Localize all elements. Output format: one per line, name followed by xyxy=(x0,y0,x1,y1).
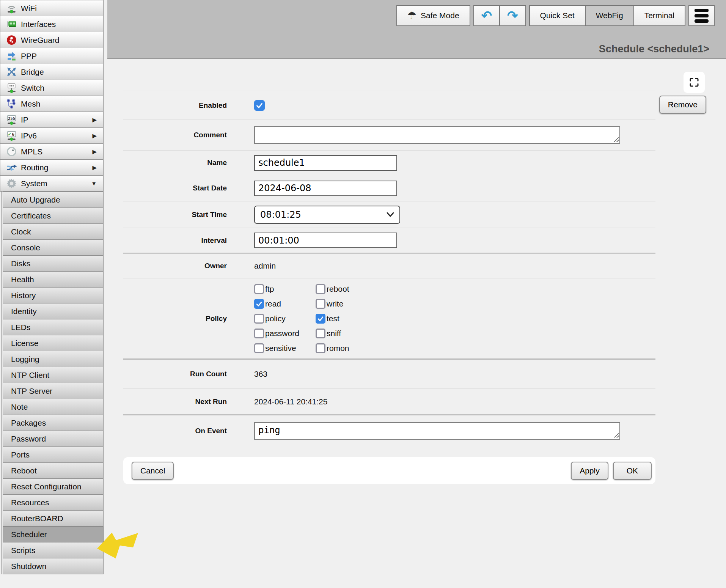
remove-button[interactable]: Remove xyxy=(659,96,706,114)
sidebar-item-ipv6[interactable]: ✓6IPv6▶ xyxy=(0,127,104,144)
sidebar-item-label: History xyxy=(11,291,36,300)
sidebar-item-disks[interactable]: Disks xyxy=(3,255,104,272)
start-time-label: Start Time xyxy=(123,211,227,219)
sidebar-item-identity[interactable]: Identity xyxy=(3,303,104,319)
policy-checkbox-sniff[interactable] xyxy=(316,329,325,338)
redo-button[interactable]: ↷ xyxy=(499,5,526,26)
sidebar-item-ntp-client[interactable]: NTP Client xyxy=(3,367,104,383)
routing-icon xyxy=(5,161,18,174)
fullscreen-button[interactable] xyxy=(684,72,705,93)
start-date-input[interactable] xyxy=(254,181,397,196)
undo-button[interactable]: ↶ xyxy=(473,5,500,26)
sidebar-item-label: Packages xyxy=(11,418,46,428)
name-label: Name xyxy=(123,159,227,167)
sidebar-item-label: LEDs xyxy=(11,323,30,332)
sidebar-item-label: Console xyxy=(11,243,40,252)
policy-checkbox-test[interactable] xyxy=(316,314,325,324)
tab-quick-set[interactable]: Quick Set xyxy=(529,5,586,26)
on-event-textarea[interactable]: ping xyxy=(254,422,620,440)
sidebar-item-health[interactable]: Health xyxy=(3,271,104,288)
sidebar-item-bridge[interactable]: Bridge xyxy=(0,64,104,80)
start-time-select[interactable]: 08:01:25 xyxy=(254,206,400,224)
policy-checkbox-password[interactable] xyxy=(254,329,264,338)
policy-option-policy: policy xyxy=(254,314,316,324)
sidebar-item-routerboard[interactable]: RouterBOARD xyxy=(3,510,104,527)
sidebar-item-label: NTP Client xyxy=(11,371,49,380)
submenu-arrow-icon: ▶ xyxy=(92,164,97,171)
content-area: Remove Enabled Comment N xyxy=(107,60,726,588)
sidebar-item-reset-configuration[interactable]: Reset Configuration xyxy=(3,478,104,495)
tab-webfig[interactable]: WebFig xyxy=(585,5,634,26)
sidebar-item-license[interactable]: License xyxy=(3,335,104,351)
sidebar-item-shutdown[interactable]: Shutdown xyxy=(3,558,104,574)
sidebar-item-system[interactable]: System▼ xyxy=(0,175,104,192)
sidebar-item-resources[interactable]: Resources xyxy=(3,494,104,511)
sidebar-item-ip[interactable]: 255IP▶ xyxy=(0,112,104,128)
cancel-button[interactable]: Cancel xyxy=(132,462,174,480)
sidebar-item-logging[interactable]: Logging xyxy=(3,351,104,367)
name-row: Name xyxy=(123,150,655,175)
policy-option-romon: romon xyxy=(316,343,349,353)
chevron-down-icon xyxy=(387,212,394,217)
enabled-checkbox[interactable] xyxy=(254,100,265,111)
undo-icon: ↶ xyxy=(481,8,492,23)
sidebar-item-label: Scheduler xyxy=(11,530,47,539)
policy-checkbox-sensitive[interactable] xyxy=(254,343,264,353)
sidebar-item-auto-upgrade[interactable]: Auto Upgrade xyxy=(3,192,104,208)
sidebar-item-label: Clock xyxy=(11,227,31,236)
sidebar-item-clock[interactable]: Clock xyxy=(3,223,104,240)
sidebar-item-label: System xyxy=(21,179,47,188)
sidebar-item-ports[interactable]: Ports xyxy=(3,447,104,463)
mpls-icon xyxy=(5,145,18,158)
policy-option-sensitive: sensitive xyxy=(254,343,316,353)
policy-checkbox-ftp[interactable] xyxy=(254,284,264,294)
sidebar-item-packages[interactable]: Packages xyxy=(3,415,104,431)
name-input[interactable] xyxy=(254,155,397,171)
sidebar-item-reboot[interactable]: Reboot xyxy=(3,462,104,479)
sidebar-item-ntp-server[interactable]: NTP Server xyxy=(3,383,104,399)
sidebar-item-ppp[interactable]: PPP xyxy=(0,48,104,64)
interval-input[interactable] xyxy=(254,233,397,248)
sidebar-item-console[interactable]: Console xyxy=(3,239,104,256)
sidebar-item-scripts[interactable]: Scripts xyxy=(3,542,104,558)
sidebar-item-scheduler[interactable]: Scheduler xyxy=(3,526,104,542)
policy-checkbox-policy[interactable] xyxy=(254,314,264,324)
on-event-row: On Event ping xyxy=(123,414,655,446)
policy-checkbox-write[interactable] xyxy=(316,299,325,309)
sidebar-item-wireguard[interactable]: WireGuard xyxy=(0,32,104,48)
sidebar-item-label: IPv6 xyxy=(21,131,37,140)
apply-button[interactable]: Apply xyxy=(571,462,608,480)
policy-option-label: policy xyxy=(265,314,286,323)
sidebar-item-label: Routing xyxy=(21,163,48,172)
sidebar-item-history[interactable]: History xyxy=(3,287,104,303)
next-run-value: 2024-06-11 20:41:25 xyxy=(254,397,327,406)
policy-label: Policy xyxy=(123,314,227,323)
sidebar-item-switch[interactable]: Switch xyxy=(0,80,104,96)
safe-mode-label: Safe Mode xyxy=(421,11,459,20)
policy-checkbox-reboot[interactable] xyxy=(316,284,325,294)
ok-button[interactable]: OK xyxy=(613,462,652,480)
submenu-expanded-icon: ▼ xyxy=(91,180,97,187)
checkmark-icon xyxy=(255,101,264,110)
hamburger-menu-button[interactable] xyxy=(688,5,715,26)
sidebar-item-password[interactable]: Password xyxy=(3,431,104,447)
sidebar-top-menu: WiFiInterfacesWireGuardPPPBridgeSwitchMe… xyxy=(0,0,107,192)
policy-checkbox-romon[interactable] xyxy=(316,343,325,353)
tab-terminal[interactable]: Terminal xyxy=(633,5,685,26)
toolbar: ☂ Safe Mode ↶ ↷ Quick Set WebFig Termina… xyxy=(396,5,715,26)
start-date-row: Start Date xyxy=(123,175,655,201)
sidebar-item-interfaces[interactable]: Interfaces xyxy=(0,16,104,32)
sidebar-item-wifi[interactable]: WiFi xyxy=(0,0,104,16)
policy-option-read: read xyxy=(254,299,316,309)
sidebar-item-note[interactable]: Note xyxy=(3,399,104,415)
next-run-label: Next Run xyxy=(123,398,227,406)
sidebar-item-leds[interactable]: LEDs xyxy=(3,319,104,335)
safe-mode-button[interactable]: ☂ Safe Mode xyxy=(396,5,470,26)
sidebar-item-routing[interactable]: Routing▶ xyxy=(0,159,104,176)
sidebar-item-mpls[interactable]: MPLS▶ xyxy=(0,143,104,160)
sidebar-item-mesh[interactable]: Mesh xyxy=(0,96,104,112)
submenu-arrow-icon: ▶ xyxy=(92,132,97,139)
comment-textarea[interactable] xyxy=(254,126,620,144)
policy-checkbox-read[interactable] xyxy=(254,299,264,309)
sidebar-item-certificates[interactable]: Certificates xyxy=(3,208,104,224)
